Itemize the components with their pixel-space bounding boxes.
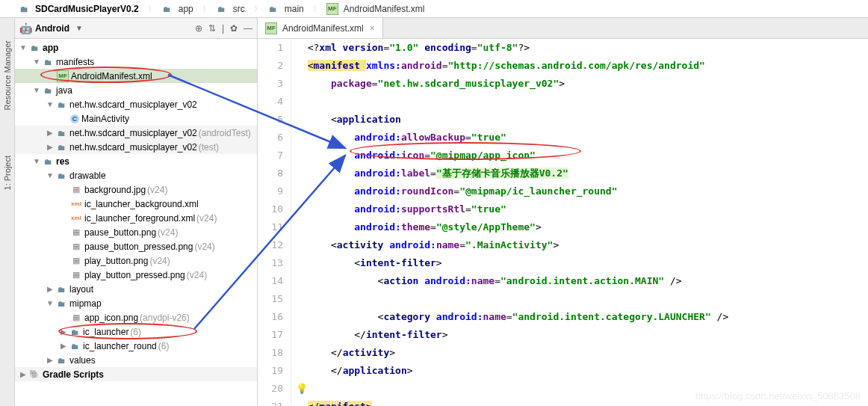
- image-icon: ▦: [70, 241, 82, 253]
- crumb-main[interactable]: 🖿main: [264, 3, 310, 15]
- folder-icon: 🖿: [55, 283, 67, 295]
- chevron-right-icon: 〉: [251, 4, 264, 14]
- image-icon: ▦: [70, 184, 82, 196]
- crumb-root[interactable]: 🖿SDCardMusicPlayerV0.2: [15, 3, 145, 15]
- tree-background[interactable]: ▦background.jpg(v24): [15, 182, 257, 197]
- bulb-icon[interactable]: 💡: [296, 383, 308, 394]
- crumb-app[interactable]: 🖿app: [158, 3, 199, 15]
- divider: |: [222, 23, 224, 34]
- manifest-icon: MF: [326, 3, 338, 15]
- tree-pkg[interactable]: ▼🖿net.hw.sdcard_musicplayer_v02: [15, 97, 257, 111]
- folder-icon: 🖿: [18, 3, 30, 15]
- tree-play-pressed[interactable]: ▦play_button_pressed.png(v24): [15, 268, 257, 282]
- tree-values[interactable]: ▶🖿values: [15, 353, 257, 367]
- folder-icon: 🖿: [55, 170, 67, 182]
- view-mode-dropdown[interactable]: 🤖 Android ▼: [19, 22, 83, 34]
- gear-icon[interactable]: ✿: [230, 23, 238, 34]
- tree-pause-pressed[interactable]: ▦pause_button_pressed.png(v24): [15, 239, 257, 253]
- sort-icon[interactable]: ⇅: [208, 23, 216, 34]
- project-tool-window: 🤖 Android ▼ ⊕ ⇅ | ✿ — ▼🖿app ▼🖿manifests …: [15, 18, 258, 406]
- tree-layout[interactable]: ▶🖿layout: [15, 282, 257, 296]
- breadcrumb: 🖿SDCardMusicPlayerV0.2 〉 🖿app 〉 🖿src 〉 🖿…: [0, 0, 868, 18]
- tree-play[interactable]: ▦play_button.png(v24): [15, 253, 257, 268]
- tree-manifests[interactable]: ▼🖿manifests: [15, 55, 257, 69]
- folder-icon: 🖿: [216, 3, 228, 15]
- manifest-icon: MF: [265, 22, 277, 34]
- tree-ic-launcher-round[interactable]: ▶🖿ic_launcher_round(6): [15, 339, 257, 353]
- tree-ic-launcher[interactable]: ▶🖿ic_launcher(6): [15, 325, 257, 339]
- code-editor[interactable]: 123456789101112131415161718192021 <?xml …: [258, 39, 868, 406]
- tree-pause[interactable]: ▦pause_button.png(v24): [15, 225, 257, 239]
- android-icon: 🤖: [19, 22, 32, 34]
- code-content[interactable]: <?xml version="1.0" encoding="utf-8"?> <…: [291, 39, 868, 406]
- folder-icon: 🖿: [42, 56, 54, 68]
- editor-tab-bar: MF AndroidManifest.xml ×: [258, 18, 868, 39]
- tree-pkg-androidtest[interactable]: ▶🖿net.hw.sdcard_musicplayer_v02(androidT…: [15, 126, 257, 140]
- package-icon: 🖿: [55, 127, 67, 139]
- tree-app-icon[interactable]: ▦app_icon.png(anydpi-v26): [15, 310, 257, 325]
- image-icon: ▦: [70, 227, 82, 239]
- tree-main-activity[interactable]: CMainActivity: [15, 111, 257, 126]
- chevron-right-icon: 〉: [199, 4, 213, 14]
- folder-icon: 🖿: [55, 354, 67, 366]
- xml-icon: xml: [70, 212, 82, 224]
- class-icon: C: [70, 114, 79, 123]
- folder-icon: 🖿: [69, 340, 81, 352]
- chevron-down-icon: ▼: [75, 24, 83, 32]
- image-icon: ▦: [70, 255, 82, 267]
- package-icon: 🖿: [55, 99, 67, 111]
- tree-app[interactable]: ▼🖿app: [15, 40, 257, 55]
- folder-icon: 🖿: [267, 3, 279, 15]
- rail-project[interactable]: 1: Project: [3, 156, 12, 190]
- select-opened-icon[interactable]: ⊕: [195, 23, 202, 34]
- tree-drawable[interactable]: ▼🖿drawable: [15, 168, 257, 182]
- tree-mipmap[interactable]: ▼🖿mipmap: [15, 296, 257, 310]
- tab-label: AndroidManifest.xml: [282, 23, 364, 34]
- tree-manifest-file[interactable]: MFAndroidManifest.xml: [15, 69, 257, 83]
- image-icon: ▦: [70, 269, 82, 281]
- folder-icon: 🖿: [42, 84, 54, 96]
- line-gutter: 123456789101112131415161718192021: [258, 39, 291, 406]
- gradle-icon: 🐘: [28, 369, 40, 381]
- tree-ic-fg[interactable]: xmlic_launcher_foreground.xml(v24): [15, 211, 257, 225]
- folder-icon: 🖿: [161, 3, 173, 15]
- tree-java[interactable]: ▼🖿java: [15, 83, 257, 97]
- close-icon[interactable]: ×: [370, 23, 375, 34]
- rail-resource-manager[interactable]: Resource Manager: [3, 40, 12, 111]
- image-icon: ▦: [70, 312, 82, 324]
- crumb-file[interactable]: MFAndroidManifest.xml: [323, 3, 431, 15]
- tree-gradle[interactable]: ▶🐘Gradle Scripts: [15, 367, 257, 381]
- tree-pkg-test[interactable]: ▶🖿net.hw.sdcard_musicplayer_v02(test): [15, 140, 257, 154]
- crumb-src[interactable]: 🖿src: [213, 3, 251, 15]
- project-panel-header: 🤖 Android ▼ ⊕ ⇅ | ✿ —: [15, 18, 257, 39]
- manifest-icon: MF: [57, 70, 69, 82]
- chevron-right-icon: 〉: [310, 4, 323, 14]
- collapse-icon[interactable]: —: [244, 23, 252, 34]
- xml-icon: xml: [70, 198, 82, 210]
- tree-ic-bg[interactable]: xmlic_launcher_background.xml: [15, 197, 257, 211]
- folder-icon: 🖿: [42, 156, 54, 167]
- tree-res[interactable]: ▼🖿res: [15, 154, 257, 168]
- folder-icon: 🖿: [55, 298, 67, 310]
- editor-area: MF AndroidManifest.xml × 123456789101112…: [258, 18, 868, 406]
- folder-icon: 🖿: [69, 326, 81, 338]
- project-tree[interactable]: ▼🖿app ▼🖿manifests MFAndroidManifest.xml …: [15, 39, 257, 406]
- watermark: https://blog.csdn.net/weixin_50863508: [695, 390, 861, 402]
- module-icon: 🖿: [28, 42, 40, 54]
- editor-tab[interactable]: MF AndroidManifest.xml ×: [258, 18, 383, 38]
- package-icon: 🖿: [55, 141, 67, 153]
- chevron-right-icon: 〉: [145, 4, 158, 14]
- left-rail: Resource Manager 1: Project: [0, 18, 15, 406]
